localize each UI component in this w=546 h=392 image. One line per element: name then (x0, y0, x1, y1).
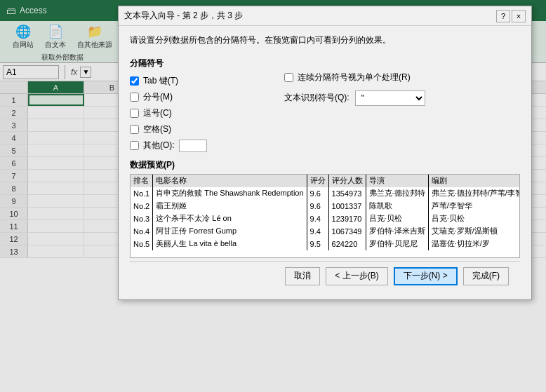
cell-writer-2: 芦苇/李智华 (428, 200, 520, 212)
cell-director-1: 弗兰克·德拉邦特 (366, 187, 428, 200)
preview-data-row-4: No.4 阿甘正传 Forrest Gump 9.4 1067349 罗伯特·泽… (131, 225, 520, 238)
preview-table-container[interactable]: 排名 电影名称 评分 评分人数 导演 编剧 No.1 肖申克的救赎 The Sh… (130, 174, 520, 258)
dialog-controls: ? × (496, 10, 526, 22)
cell-title-4: 阿甘正传 Forrest Gump (153, 225, 307, 238)
cell-score-2: 9.6 (307, 200, 328, 212)
semicolon-checkbox-row: 分号(M) (130, 91, 284, 103)
cell-writer-5: 温塞佐·切拉米/罗 (428, 238, 520, 250)
preview-section: 数据预览(P) 排名 电影名称 评分 评分人数 导演 编剧 (130, 159, 520, 258)
dialog-footer: 取消 < 上一步(B) 下一步(N) > 完成(F) (130, 261, 520, 291)
cell-rank-1: No.1 (131, 187, 153, 200)
comma-checkbox[interactable] (130, 109, 139, 118)
cell-title-5: 美丽人生 La vita è bella (153, 238, 307, 250)
cell-score-1: 9.6 (307, 187, 328, 200)
cell-title-3: 这个杀手不太冷 Lé on (153, 212, 307, 225)
cell-votes-1: 1354973 (328, 187, 366, 200)
col-header-votes: 评分人数 (328, 175, 366, 187)
dialog-help-button[interactable]: ? (496, 10, 510, 22)
cell-director-5: 罗伯特·贝尼尼 (366, 238, 428, 250)
col-header-writer: 编剧 (428, 175, 520, 187)
next-button[interactable]: 下一步(N) > (394, 267, 458, 285)
consecutive-label: 连续分隔符号视为单个处理(R) (298, 72, 411, 83)
separators-group: 分隔符号 Tab 键(T) 分号(M) (130, 58, 284, 152)
cell-director-4: 罗伯特·泽米吉斯 (366, 225, 428, 238)
dialog-overlay: 文本导入向导 - 第 2 步，共 3 步 ? × 请设置分列数据所包含的分隔符号… (0, 0, 546, 392)
tab-checkbox[interactable] (130, 76, 139, 86)
qualifier-label: 文本识别符号(Q): (284, 92, 349, 104)
preview-data-row-1: No.1 肖申克的救赎 The Shawshank Redemption 9.6… (131, 187, 520, 200)
preview-data-row-2: No.2 霸王别姬 9.6 1001337 陈凯歌 芦苇/李智华 (131, 200, 520, 212)
cancel-button[interactable]: 取消 (285, 267, 320, 285)
semicolon-label: 分号(M) (143, 91, 173, 103)
excel-app: 🗃 Access 🌐 自网站 📄 自文本 📁 自其他来源 (0, 0, 546, 392)
space-checkbox[interactable] (130, 125, 139, 134)
cell-rank-5: No.5 (131, 238, 153, 250)
cell-writer-3: 吕克·贝松 (428, 212, 520, 225)
cell-writer-1: 弗兰克·德拉邦特/芦苇/李智华 (428, 187, 520, 200)
cell-score-4: 9.4 (307, 225, 328, 238)
dialog-close-button[interactable]: × (512, 10, 526, 22)
import-wizard-dialog: 文本导入向导 - 第 2 步，共 3 步 ? × 请设置分列数据所包含的分隔符号… (118, 6, 532, 300)
dialog-body: 请设置分列数据所包含的分隔符号。在预览窗口内可看到分列的效果。 分隔符号 Tab… (119, 26, 531, 299)
preview-label: 数据预览(P) (130, 159, 520, 171)
dialog-titlebar: 文本导入向导 - 第 2 步，共 3 步 ? × (119, 6, 531, 26)
col-header-title: 电影名称 (153, 175, 307, 187)
qualifier-row: 文本识别符号(Q): " ' {none} (284, 90, 425, 106)
prev-button[interactable]: < 上一步(B) (326, 267, 387, 285)
other-checkbox-row: 其他(O): (130, 140, 284, 152)
col-header-rank: 排名 (131, 175, 153, 187)
preview-table: 排名 电影名称 评分 评分人数 导演 编剧 No.1 肖申克的救赎 The Sh… (131, 175, 520, 250)
dialog-title: 文本导入向导 - 第 2 步，共 3 步 (124, 10, 243, 22)
cell-votes-4: 1067349 (328, 225, 366, 238)
other-checkbox[interactable] (130, 141, 139, 150)
preview-data-row-5: No.5 美丽人生 La vita è bella 9.5 624220 罗伯特… (131, 238, 520, 250)
comma-label: 逗号(C) (143, 107, 172, 119)
comma-checkbox-row: 逗号(C) (130, 107, 284, 119)
cell-director-2: 陈凯歌 (366, 200, 428, 212)
cell-writer-4: 艾瑞克·罗斯/温斯顿 (428, 225, 520, 238)
cell-title-1: 肖申克的救赎 The Shawshank Redemption (153, 187, 307, 200)
col-header-score: 评分 (307, 175, 328, 187)
col-header-director: 导演 (366, 175, 428, 187)
tab-checkbox-row: Tab 键(T) (130, 75, 284, 87)
space-label: 空格(S) (143, 123, 171, 135)
finish-button[interactable]: 完成(F) (463, 267, 509, 285)
right-options: 连续分隔符号视为单个处理(R) 文本识别符号(Q): " ' {none} (284, 58, 425, 152)
qualifier-select[interactable]: " ' {none} (355, 90, 425, 106)
dialog-subtitle: 请设置分列数据所包含的分隔符号。在预览窗口内可看到分列的效果。 (130, 34, 520, 46)
consecutive-checkbox[interactable] (284, 73, 293, 82)
cell-score-3: 9.4 (307, 212, 328, 225)
semicolon-checkbox[interactable] (130, 93, 139, 102)
cell-votes-3: 1239170 (328, 212, 366, 225)
preview-data-row-3: No.3 这个杀手不太冷 Lé on 9.4 1239170 吕克·贝松 吕克·… (131, 212, 520, 225)
separator-checkboxes: Tab 键(T) 分号(M) 逗号(C) (130, 75, 284, 152)
cell-score-5: 9.5 (307, 238, 328, 250)
cell-rank-2: No.2 (131, 200, 153, 212)
tab-label: Tab 键(T) (143, 75, 178, 87)
other-text-input[interactable] (179, 140, 207, 152)
cell-title-2: 霸王别姬 (153, 200, 307, 212)
separators-label: 分隔符号 (130, 58, 284, 69)
cell-director-3: 吕克·贝松 (366, 212, 428, 225)
space-checkbox-row: 空格(S) (130, 123, 284, 135)
other-label: 其他(O): (143, 140, 175, 151)
cell-rank-3: No.3 (131, 212, 153, 225)
cell-votes-2: 1001337 (328, 200, 366, 212)
preview-header-row: 排名 电影名称 评分 评分人数 导演 编剧 (131, 175, 520, 187)
consecutive-row: 连续分隔符号视为单个处理(R) (284, 72, 425, 83)
cell-votes-5: 624220 (328, 238, 366, 250)
cell-rank-4: No.4 (131, 225, 153, 238)
